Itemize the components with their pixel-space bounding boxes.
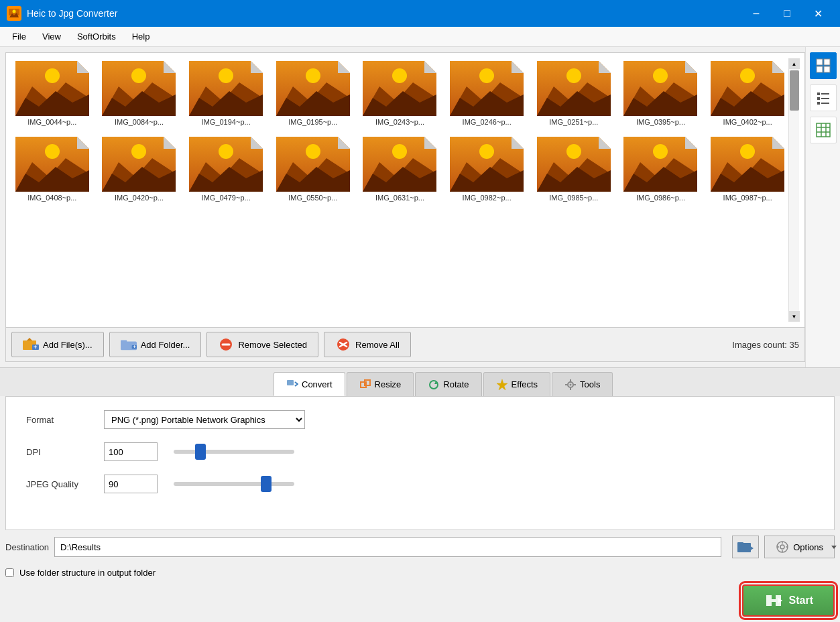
dpi-slider-track[interactable]: [174, 450, 294, 454]
jpeg-quality-row: JPEG Quality: [26, 475, 814, 493]
svg-point-95: [566, 144, 581, 159]
svg-rect-153: [737, 542, 743, 545]
remove-all-icon: [335, 336, 351, 353]
image-item[interactable]: IMG_0986~p...: [620, 134, 702, 204]
tab-tools[interactable]: Tools: [552, 372, 613, 396]
image-filename: IMG_0550~p...: [276, 194, 350, 202]
app-icon: [7, 6, 21, 21]
image-grid: IMG_0044~p...IMG_0084~p...IMG_0194~p...I…: [11, 58, 788, 322]
options-button[interactable]: Options: [764, 536, 835, 558]
add-folder-label: Add Folder...: [141, 340, 190, 350]
close-button[interactable]: ✕: [802, 0, 833, 27]
svg-marker-151: [831, 546, 837, 549]
remove-selected-button[interactable]: Remove Selected: [206, 332, 318, 357]
tab-convert[interactable]: Convert: [274, 372, 345, 396]
tab-content: Format PNG (*.png) Portable Network Grap…: [5, 396, 835, 530]
tab-effects-label: Effects: [512, 379, 538, 389]
svg-point-83: [392, 144, 407, 159]
add-files-button[interactable]: + Add File(s)...: [11, 332, 104, 357]
menu-bar: File View SoftOrbits Help: [0, 27, 840, 47]
image-item[interactable]: IMG_0246~p...: [446, 58, 528, 129]
menu-file[interactable]: File: [5, 29, 33, 44]
image-filename: IMG_0987~p...: [711, 194, 784, 202]
jpeg-quality-slider-track[interactable]: [174, 482, 294, 486]
remove-all-button[interactable]: Remove All: [324, 332, 411, 357]
svg-rect-127: [817, 66, 823, 72]
svg-point-89: [479, 144, 494, 159]
svg-point-5: [45, 68, 60, 83]
minimize-button[interactable]: –: [741, 0, 772, 27]
scroll-down-button[interactable]: ▼: [789, 311, 800, 322]
remove-selected-label: Remove Selected: [238, 340, 307, 350]
image-filename: IMG_0243~p...: [363, 118, 436, 126]
convert-tab-icon: [286, 378, 298, 390]
dpi-input[interactable]: [104, 442, 158, 461]
jpeg-quality-input[interactable]: [104, 475, 158, 493]
destination-input[interactable]: [54, 537, 721, 557]
start-button[interactable]: Start: [742, 584, 835, 617]
svg-point-156: [780, 545, 784, 549]
scroll-thumb[interactable]: [790, 70, 799, 111]
image-item[interactable]: IMG_0479~p...: [185, 134, 267, 204]
image-item[interactable]: IMG_0194~p...: [185, 58, 267, 129]
image-item[interactable]: IMG_0084~p...: [99, 58, 180, 129]
menu-help[interactable]: Help: [125, 29, 157, 44]
image-item[interactable]: IMG_0195~p...: [272, 58, 354, 129]
start-button-area: Start: [0, 582, 840, 622]
image-filename: IMG_0985~p...: [537, 194, 611, 202]
bottom-panel: Convert Resize Rotate: [0, 367, 840, 622]
image-item[interactable]: IMG_0251~p...: [533, 58, 615, 129]
svg-rect-140: [287, 380, 294, 385]
image-item[interactable]: IMG_0982~p...: [446, 134, 528, 204]
svg-point-47: [653, 68, 668, 83]
jpeg-quality-slider-thumb[interactable]: [261, 476, 272, 492]
image-item[interactable]: IMG_0420~p...: [99, 134, 180, 204]
image-item[interactable]: IMG_0044~p...: [11, 58, 93, 129]
image-panel: IMG_0044~p...IMG_0084~p...IMG_0194~p...I…: [5, 52, 805, 362]
svg-rect-131: [817, 97, 820, 100]
image-item[interactable]: IMG_0395~p...: [620, 58, 702, 129]
menu-view[interactable]: View: [36, 29, 68, 44]
image-item[interactable]: IMG_0408~p...: [11, 134, 93, 204]
folder-structure-checkbox[interactable]: [5, 568, 14, 577]
image-filename: IMG_0395~p...: [623, 118, 697, 126]
image-item[interactable]: IMG_0243~p...: [359, 58, 441, 129]
remove-selected-icon: [218, 336, 234, 353]
scroll-up-button[interactable]: ▲: [789, 58, 800, 69]
svg-rect-130: [821, 93, 829, 95]
svg-point-146: [570, 383, 572, 385]
sidebar-list-view-button[interactable]: [810, 84, 837, 111]
maximize-button[interactable]: □: [772, 0, 802, 27]
sidebar-grid-view-button[interactable]: [810, 52, 837, 79]
add-files-icon: +: [23, 336, 39, 353]
svg-point-143: [430, 381, 438, 389]
svg-point-107: [740, 144, 755, 159]
add-folder-icon: +: [121, 336, 137, 353]
options-icon: [776, 540, 789, 554]
image-item[interactable]: IMG_0550~p...: [272, 134, 354, 204]
image-item[interactable]: IMG_0985~p...: [533, 134, 615, 204]
effects-tab-icon: [496, 379, 508, 391]
dpi-slider-thumb[interactable]: [195, 444, 206, 460]
scrollbar[interactable]: ▲ ▼: [788, 58, 799, 322]
image-item[interactable]: IMG_0987~p...: [707, 134, 788, 204]
image-item[interactable]: IMG_0402~p...: [707, 58, 788, 129]
sidebar-table-view-button[interactable]: [810, 117, 837, 143]
tools-tab-icon: [564, 379, 577, 391]
format-label: Format: [26, 415, 93, 425]
add-folder-button[interactable]: + Add Folder...: [109, 332, 202, 357]
svg-rect-129: [817, 92, 820, 95]
menu-softorbits[interactable]: SoftOrbits: [70, 29, 123, 44]
tab-rotate[interactable]: Rotate: [415, 372, 481, 396]
svg-point-35: [479, 68, 494, 83]
tab-resize[interactable]: Resize: [347, 372, 414, 396]
image-filename: IMG_0084~p...: [102, 118, 176, 126]
tab-effects[interactable]: Effects: [483, 372, 551, 396]
dpi-label: DPI: [26, 447, 93, 457]
format-select[interactable]: PNG (*.png) Portable Network Graphics: [104, 410, 305, 429]
tabs-area: Convert Resize Rotate: [0, 368, 840, 396]
folder-structure-label[interactable]: Use folder structure in output folder: [19, 568, 156, 578]
browse-button[interactable]: [732, 536, 759, 558]
image-item[interactable]: IMG_0631~p...: [359, 134, 441, 204]
svg-rect-134: [821, 103, 829, 104]
